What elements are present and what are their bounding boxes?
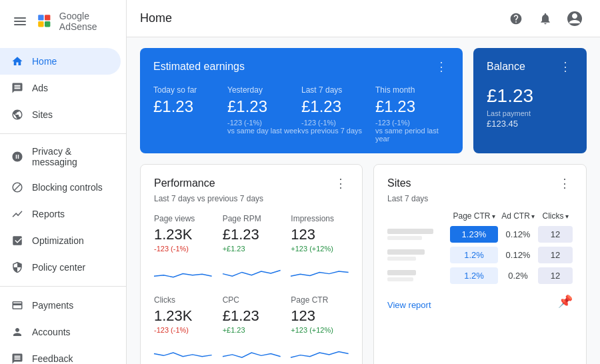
earnings-grid: Today so far £1.23 Yesterday £1.23 -123 … xyxy=(153,85,449,143)
sidebar-item-reports-label: Reports xyxy=(32,209,65,219)
sites-row-2-bar xyxy=(387,249,425,255)
earnings-month-change: -123 (-1%) xyxy=(375,119,449,127)
sidebar-item-home[interactable]: Home xyxy=(0,48,121,75)
sites-pin-icon[interactable]: 📌 xyxy=(558,294,573,309)
svg-rect-5 xyxy=(45,15,50,20)
notifications-button[interactable] xyxy=(533,7,557,31)
metric-page-ctr-label: Page CTR xyxy=(291,295,349,305)
earnings-last7-label: Last 7 days xyxy=(301,85,375,95)
main-content: Home Estimated earnings ⋮ xyxy=(127,0,600,364)
sidebar-item-optimization[interactable]: Optimization xyxy=(0,227,121,254)
metric-page-ctr-chart xyxy=(291,339,349,364)
earnings-yesterday-value: £1.23 xyxy=(227,97,301,116)
metric-cpc-label: CPC xyxy=(223,295,281,305)
balance-card-title: Balance xyxy=(487,61,525,73)
sites-row-2-page-ctr: 1.2% xyxy=(450,247,498,263)
earnings-last7-change: -123 (-1%) xyxy=(301,119,375,127)
sites-table-row: 1.2% 0.12% 12 xyxy=(387,247,573,263)
metric-page-rpm-change: +£1.23 xyxy=(223,245,281,253)
sites-page-ctr-header[interactable]: Page CTR ▾ xyxy=(450,211,498,221)
earnings-month: This month £1.23 -123 (-1%) vs same peri… xyxy=(375,85,449,143)
metric-page-views: Page views 1.23K -123 (-1%) xyxy=(154,214,212,285)
metric-clicks-label: Clicks xyxy=(154,295,212,305)
optimization-icon xyxy=(11,234,24,247)
metric-page-ctr-value: 123 xyxy=(291,307,349,325)
metric-page-ctr-change: +123 (+12%) xyxy=(291,326,349,334)
google-adsense-logo-icon xyxy=(35,12,54,31)
sidebar-item-sites-label: Sites xyxy=(32,109,53,120)
sites-table: Page CTR ▾ Ad CTR ▾ Clicks ▾ xyxy=(387,211,573,284)
app-logo: Google AdSense xyxy=(0,0,126,43)
sidebar-item-feedback[interactable]: Feedback xyxy=(0,345,121,364)
sidebar-item-policy[interactable]: Policy center xyxy=(0,254,121,281)
sidebar-item-home-label: Home xyxy=(32,56,57,67)
performance-menu-button[interactable]: ⋮ xyxy=(333,175,349,191)
sites-clicks-sort-icon: ▾ xyxy=(565,213,569,220)
sites-row-2-name xyxy=(387,249,450,261)
sites-page-ctr-sort-icon: ▾ xyxy=(492,213,495,220)
sites-footer: View report 📌 xyxy=(387,292,573,310)
metric-cpc: CPC £1.23 +£1.23 xyxy=(223,295,281,364)
sites-row-1-name xyxy=(387,229,450,240)
metric-clicks: Clicks 1.23K -123 (-1%) xyxy=(154,295,212,364)
metric-clicks-value: 1.23K xyxy=(154,307,212,325)
blocking-icon xyxy=(11,181,24,194)
sites-table-row: 1.23% 0.12% 12 xyxy=(387,226,573,243)
metric-impressions-label: Impressions xyxy=(291,214,349,223)
sites-card: Sites ⋮ Last 7 days Page CTR ▾ Ad CTR xyxy=(373,164,587,364)
sites-row-2-ad-ctr: 0.12% xyxy=(498,247,538,263)
sidebar-item-privacy[interactable]: Privacy & messaging xyxy=(0,139,121,174)
earnings-last7: Last 7 days £1.23 -123 (-1%) vs previous… xyxy=(301,85,375,143)
sidebar-item-blocking[interactable]: Blocking controls xyxy=(0,174,121,201)
sidebar-item-payments[interactable]: Payments xyxy=(0,292,121,319)
sites-row-1-sub xyxy=(387,236,422,240)
performance-card: Performance ⋮ Last 7 days vs previous 7 … xyxy=(140,164,363,364)
balance-menu-button[interactable]: ⋮ xyxy=(557,59,573,75)
dashboard-content: Estimated earnings ⋮ Today so far £1.23 … xyxy=(127,37,600,364)
metric-cpc-chart xyxy=(223,339,281,364)
metric-page-rpm-value: £1.23 xyxy=(223,226,281,243)
sidebar-item-ads[interactable]: Ads xyxy=(0,75,121,101)
metric-page-views-chart xyxy=(154,258,212,285)
sites-row-2-sub xyxy=(387,257,416,261)
sites-row-3-clicks: 12 xyxy=(538,267,573,284)
payments-icon xyxy=(11,299,24,312)
earnings-yesterday-label: Yesterday xyxy=(227,85,301,95)
accounts-icon xyxy=(11,325,24,339)
privacy-icon xyxy=(11,150,24,163)
svg-rect-0 xyxy=(14,17,26,19)
sidebar-item-reports[interactable]: Reports xyxy=(0,201,121,227)
sites-view-report-link[interactable]: View report xyxy=(387,300,431,310)
sites-clicks-header[interactable]: Clicks ▾ xyxy=(538,211,573,221)
sites-ad-ctr-header[interactable]: Ad CTR ▾ xyxy=(498,211,538,221)
topbar-actions xyxy=(504,7,587,31)
sites-row-3-bar xyxy=(387,270,416,275)
sites-row-3-sub xyxy=(387,277,413,281)
earnings-card-title: Estimated earnings xyxy=(153,61,245,73)
performance-period: Last 7 days vs previous 7 days xyxy=(154,194,349,203)
hamburger-button[interactable] xyxy=(11,9,30,33)
account-button[interactable] xyxy=(563,7,587,31)
balance-last-payment-amount: £123.45 xyxy=(487,119,573,129)
nav-divider-1 xyxy=(0,133,126,134)
earnings-last7-sub: vs previous 7 days xyxy=(301,127,375,135)
balance-value: £1.23 xyxy=(487,85,573,107)
svg-rect-4 xyxy=(38,15,43,20)
sidebar-navigation: Home Ads Sites Privacy & messaging Bl xyxy=(0,43,126,364)
sidebar-item-blocking-label: Blocking controls xyxy=(32,182,103,193)
sites-ad-ctr-sort-icon: ▾ xyxy=(531,213,535,220)
sidebar-item-accounts[interactable]: Accounts xyxy=(0,319,121,345)
sidebar-item-sites[interactable]: Sites xyxy=(0,101,121,128)
svg-rect-1 xyxy=(14,21,26,22)
earnings-month-label: This month xyxy=(375,85,449,95)
sites-title: Sites xyxy=(387,177,411,189)
metric-page-ctr: Page CTR 123 +123 (+12%) xyxy=(291,295,349,364)
sites-menu-button[interactable]: ⋮ xyxy=(557,175,573,191)
sidebar-item-privacy-label: Privacy & messaging xyxy=(32,146,110,167)
earnings-yesterday: Yesterday £1.23 -123 (-1%) vs same day l… xyxy=(227,85,301,143)
metric-cpc-value: £1.23 xyxy=(223,307,281,325)
help-button[interactable] xyxy=(504,7,528,31)
earnings-menu-button[interactable]: ⋮ xyxy=(433,59,449,75)
metric-page-views-label: Page views xyxy=(154,214,212,223)
metric-impressions-change: +123 (+12%) xyxy=(291,245,349,253)
